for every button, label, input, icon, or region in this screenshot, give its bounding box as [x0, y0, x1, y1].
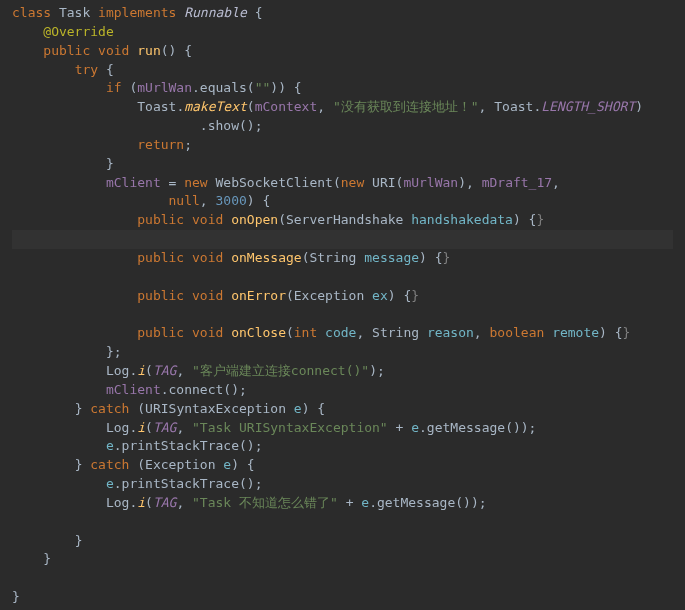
class-name: Task	[59, 5, 90, 20]
code-line: @Override	[12, 23, 673, 42]
code-line: }	[12, 588, 673, 607]
method-call: makeText	[184, 99, 247, 114]
code-line: e.printStackTrace();	[12, 437, 673, 456]
string: "Task 不知道怎么错了"	[192, 495, 338, 510]
constant: TAG	[153, 363, 176, 378]
string: ""	[255, 80, 271, 95]
brace: }	[43, 551, 51, 566]
brace: }	[12, 589, 20, 604]
return-kw: return	[137, 137, 184, 152]
code-line	[12, 306, 673, 325]
constant: TAG	[153, 495, 176, 510]
code-line: Log.i(TAG, "Task URISyntaxException" + e…	[12, 419, 673, 438]
method-call: i	[137, 420, 145, 435]
param-name: e	[361, 495, 369, 510]
code-line: if (mUrlWan.equals("")) {	[12, 79, 673, 98]
code-line: } catch (URISyntaxException e) {	[12, 400, 673, 419]
code-line: };	[12, 343, 673, 362]
param-name: code	[325, 325, 356, 340]
code-line: mClient = new WebSocketClient(new URI(mU…	[12, 174, 673, 193]
code-line: } catch (Exception e) {	[12, 456, 673, 475]
code-line: public void run() {	[12, 42, 673, 61]
method-name: onOpen	[231, 212, 278, 227]
class-ref: URI	[372, 175, 395, 190]
method-name: onClose	[231, 325, 286, 340]
code-line: }	[12, 550, 673, 569]
param-type: String	[372, 325, 419, 340]
field: mClient	[106, 382, 161, 397]
class-ref: Log	[106, 420, 129, 435]
code-line: return;	[12, 136, 673, 155]
code-line: Log.i(TAG, "Task 不知道怎么错了" + e.getMessage…	[12, 494, 673, 513]
new-kw: new	[341, 175, 364, 190]
param-name: reason	[427, 325, 474, 340]
param-name: e	[106, 476, 114, 491]
fold-icon[interactable]: }	[623, 325, 631, 340]
param-type: ServerHandshake	[286, 212, 403, 227]
code-line: Log.i(TAG, "客户端建立连接connect()");	[12, 362, 673, 381]
keyword-implements: implements	[98, 5, 176, 20]
param-name: e	[411, 420, 419, 435]
constant: LENGTH_SHORT	[541, 99, 635, 114]
param-name: remote	[552, 325, 599, 340]
prim-type: int	[294, 325, 317, 340]
try-kw: try	[75, 62, 98, 77]
brace: }	[75, 533, 83, 548]
code-line: e.printStackTrace();	[12, 475, 673, 494]
param-name: e	[223, 457, 231, 472]
constant: TAG	[153, 420, 176, 435]
param-name: ex	[372, 288, 388, 303]
brace: {	[247, 5, 263, 20]
field: mUrlWan	[137, 80, 192, 95]
code-line: public void onOpen(ServerHandshake hands…	[12, 211, 673, 230]
code-editor[interactable]: class Task implements Runnable { @Overri…	[12, 4, 673, 607]
param-type: String	[309, 250, 356, 265]
modifier: public	[43, 43, 90, 58]
param-type: Exception	[294, 288, 364, 303]
method-name: onMessage	[231, 250, 301, 265]
string: "没有获取到连接地址！"	[333, 99, 479, 114]
field: mContext	[255, 99, 318, 114]
method-call: printStackTrace	[122, 476, 239, 491]
code-line: public void onError(Exception ex) {}	[12, 287, 673, 306]
code-line	[12, 268, 673, 287]
code-line	[12, 569, 673, 588]
annotation: @Override	[43, 24, 113, 39]
interface-name: Runnable	[184, 5, 247, 20]
code-line: class Task implements Runnable {	[12, 4, 673, 23]
param-type: URISyntaxException	[145, 401, 286, 416]
method-name: run	[137, 43, 160, 58]
if-kw: if	[106, 80, 122, 95]
method-call: i	[137, 495, 145, 510]
method-call: getMessage	[377, 495, 455, 510]
number: 3000	[216, 193, 247, 208]
fold-icon[interactable]: }	[443, 250, 451, 265]
class-ref: Toast	[494, 99, 533, 114]
string: "Task URISyntaxException"	[192, 420, 388, 435]
catch-kw: catch	[90, 401, 129, 416]
param-name: handshakedata	[411, 212, 513, 227]
field: mDraft_17	[482, 175, 552, 190]
code-line: .show();	[12, 117, 673, 136]
code-line: Toast.makeText(mContext, "没有获取到连接地址！", T…	[12, 98, 673, 117]
class-ref: Log	[106, 363, 129, 378]
new-kw: new	[184, 175, 207, 190]
param-type: Exception	[145, 457, 215, 472]
code-line: public void onClose(int code, String rea…	[12, 324, 673, 343]
code-line: mClient.connect();	[12, 381, 673, 400]
fold-icon[interactable]: }	[411, 288, 419, 303]
code-line-highlighted	[12, 230, 673, 249]
method-call: getMessage	[427, 420, 505, 435]
code-line: null, 3000) {	[12, 192, 673, 211]
method-call: printStackTrace	[122, 438, 239, 453]
code-line: }	[12, 155, 673, 174]
class-ref: Log	[106, 495, 129, 510]
method-call: show	[208, 118, 239, 133]
keyword-class: class	[12, 5, 51, 20]
param-name: e	[294, 401, 302, 416]
code-line: try {	[12, 61, 673, 80]
class-ref: Toast	[137, 99, 176, 114]
fold-icon[interactable]: }	[536, 212, 544, 227]
method-call: i	[137, 363, 145, 378]
param-name: message	[364, 250, 419, 265]
